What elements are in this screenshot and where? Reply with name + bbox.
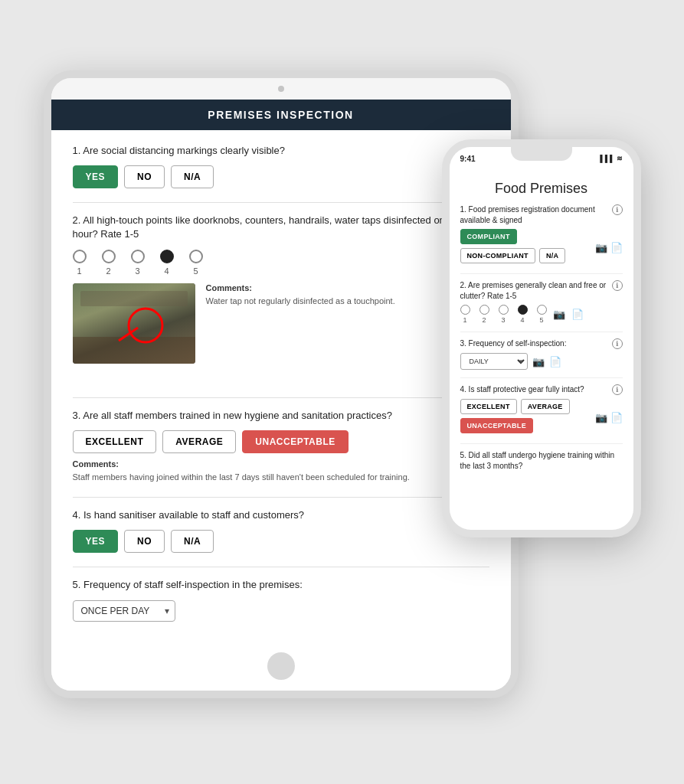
phone-q3-dropdown[interactable]: DAILY WEEKLY (460, 353, 528, 370)
phone-rating-5[interactable]: 5 (537, 305, 547, 324)
phone-q4-excellent-button[interactable]: EXCELLENT (460, 399, 517, 414)
rating-3[interactable]: 3 (131, 250, 145, 276)
tablet-q4-na-button[interactable]: N/A (171, 530, 214, 553)
tablet-q2-media: Comments: Water tap not regularly disinf… (73, 283, 489, 364)
tablet-question-2: 2. All high-touch points like doorknobs,… (73, 214, 489, 383)
tablet-q4-no-button[interactable]: NO (124, 530, 165, 553)
tablet-question-3: 3. Are all staff members trained in new … (73, 409, 489, 484)
camera-icon-phone-q2[interactable]: 📷 (553, 309, 565, 320)
phone-q4-unacceptable-button[interactable]: UNACCEPTABLE (460, 418, 533, 433)
phone-radio-label-5: 5 (539, 316, 543, 324)
wifi-icon: ≋ (617, 155, 623, 162)
phone-q1-na-button[interactable]: N/A (539, 248, 565, 263)
phone-screen: Food Premises 1. Food premises registrat… (450, 170, 633, 530)
doc-icon-phone-q4[interactable]: 📄 (610, 412, 623, 423)
tablet-q2-rating: 1 2 3 4 (73, 250, 489, 276)
phone-divider-3 (460, 377, 623, 378)
phone-question-4: 4. Is staff protective gear fully intact… (460, 384, 623, 436)
tablet-question-5: 5. Frequency of staff self-inspection in… (73, 578, 489, 621)
kitchen-image (73, 283, 195, 364)
tablet-home-button[interactable] (267, 652, 295, 680)
tablet-camera (278, 86, 284, 92)
doc-icon-phone-q3[interactable]: 📄 (549, 356, 561, 368)
radio-label-1: 1 (77, 266, 81, 276)
tablet-q3-average-button[interactable]: AVERAGE (162, 430, 236, 453)
radio-label-5: 5 (193, 266, 198, 276)
info-icon-phone-q1[interactable]: ℹ (612, 204, 623, 215)
phone-device: 9:41 ▐▐▐ ≋ Food Premises 1. Food premise… (442, 139, 641, 537)
phone-q4-buttons: EXCELLENT AVERAGE UNACCEPTABLE (460, 399, 592, 433)
phone-divider-4 (460, 443, 623, 444)
radio-circle-1 (73, 250, 87, 263)
phone-radio-label-1: 1 (463, 316, 466, 324)
phone-radio-label-4: 4 (520, 316, 524, 324)
phone-radio-label-3: 3 (501, 316, 505, 324)
phone-q1-noncompliant-button[interactable]: NON-COMPLIANT (460, 248, 535, 263)
phone-divider-1 (460, 273, 623, 274)
phone-status-right: ▐▐▐ ≋ (597, 155, 622, 162)
tablet-q4-yes-button[interactable]: YES (73, 530, 119, 553)
rating-5[interactable]: 5 (189, 250, 203, 276)
radio-label-4: 4 (164, 266, 169, 276)
tablet-q5-dropdown[interactable]: ONCE PER DAY TWICE PER DAY WEEKLY (73, 600, 175, 622)
phone-q5-label: 5. Did all staff undergo hygiene trainin… (460, 450, 623, 471)
phone-radio-2 (479, 305, 489, 315)
tablet-top-bar (51, 78, 511, 100)
divider-1 (73, 202, 489, 203)
tablet-q5-label: 5. Frequency of staff self-inspection in… (73, 578, 489, 592)
tablet-question-4: 4. Is hand sanitiser available to staff … (73, 508, 489, 553)
phone-rating-1[interactable]: 1 (460, 305, 470, 324)
phone-rating-4[interactable]: 4 (518, 305, 528, 324)
phone-notch-bar: 9:41 ▐▐▐ ≋ (450, 147, 633, 170)
radio-label-2: 2 (106, 266, 110, 276)
doc-icon-phone-q1[interactable]: 📄 (610, 242, 623, 253)
tablet-q1-buttons: YES NO N/A 📷 📄 (73, 165, 489, 188)
doc-icon-phone-q2[interactable]: 📄 (571, 309, 584, 320)
tablet-q1-label: 1. Are social distancing markings clearl… (73, 144, 489, 158)
tablet-q3-excellent-button[interactable]: EXCELLENT (73, 430, 157, 453)
kitchen-bg (73, 283, 195, 364)
phone-question-2: 2. Are premises generally clean and free… (460, 280, 623, 324)
phone-divider-2 (460, 332, 623, 332)
tablet-q1-no-button[interactable]: NO (124, 165, 165, 188)
phone-rating-3[interactable]: 3 (499, 305, 509, 324)
radio-circle-3 (131, 250, 145, 263)
radio-circle-5 (189, 250, 203, 263)
tablet-q1-na-button[interactable]: N/A (171, 165, 214, 188)
tablet-q4-buttons: YES NO N/A (73, 530, 489, 553)
camera-icon-phone-q3[interactable]: 📷 (532, 356, 545, 368)
tablet-q4-label: 4. Is hand sanitiser available to staff … (73, 508, 489, 522)
info-icon-phone-q4[interactable]: ℹ (612, 384, 623, 395)
phone-notch (511, 147, 572, 161)
phone-q1-compliant-button[interactable]: COMPLIANT (460, 229, 517, 244)
divider-3 (73, 497, 489, 498)
tablet-q3-buttons: EXCELLENT AVERAGE UNACCEPTABLE (73, 430, 489, 453)
comment-label-q3: Comments: (73, 459, 489, 469)
tablet-question-1: 1. Are social distancing markings clearl… (73, 144, 489, 188)
phone-form: 1. Food premises registration document a… (450, 204, 633, 471)
camera-icon-phone-q1[interactable]: 📷 (595, 242, 607, 253)
phone-time: 9:41 (460, 155, 476, 163)
phone-q4-average-button[interactable]: AVERAGE (521, 399, 570, 414)
info-icon-phone-q3[interactable]: ℹ (612, 338, 623, 349)
tablet-q5-select-wrap: ONCE PER DAY TWICE PER DAY WEEKLY (73, 600, 175, 622)
tablet-q3-unacceptable-button[interactable]: UNACCEPTABLE (242, 430, 348, 453)
phone-q1-buttons: COMPLIANT NON-COMPLIANT N/A (460, 229, 592, 263)
phone-q2-label: 2. Are premises generally clean and free… (460, 280, 623, 301)
radio-circle-2 (102, 250, 116, 263)
rating-1[interactable]: 1 (73, 250, 87, 276)
rating-4[interactable]: 4 (160, 250, 174, 276)
info-icon-phone-q2[interactable]: ℹ (612, 280, 623, 291)
tablet-q1-yes-button[interactable]: YES (73, 165, 119, 188)
phone-q2-rating: 1 2 3 4 (460, 305, 547, 324)
svg-point-0 (129, 309, 162, 342)
form-header: PREMISES INSPECTION (51, 100, 511, 130)
rating-2[interactable]: 2 (102, 250, 116, 276)
phone-q3-label: 3. Frequency of self-inspection: ℹ (460, 338, 623, 349)
divider-4 (73, 567, 489, 567)
camera-icon-phone-q4[interactable]: 📷 (595, 412, 607, 423)
phone-rating-2[interactable]: 2 (479, 305, 489, 324)
phone-q4-label: 4. Is staff protective gear fully intact… (460, 384, 623, 395)
radio-label-3: 3 (135, 266, 139, 276)
phone-radio-3 (499, 305, 509, 315)
